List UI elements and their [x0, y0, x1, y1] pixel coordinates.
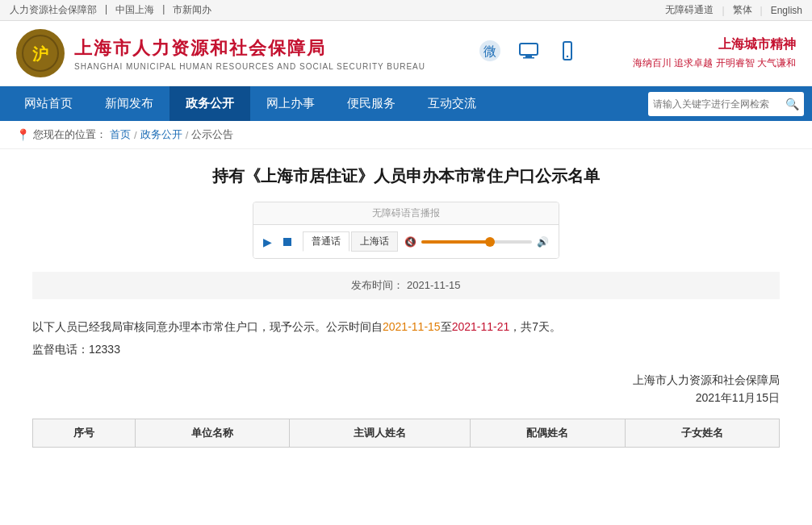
top-link-accessible[interactable]: 无障碍通道 — [665, 3, 714, 17]
location-icon: 📍 — [16, 128, 30, 141]
top-link-hrss[interactable]: 人力资源社会保障部 — [10, 3, 97, 17]
svg-text:微: 微 — [483, 44, 496, 58]
audio-tab-shanghainese[interactable]: 上海话 — [351, 231, 398, 252]
date-start: 2021-11-15 — [383, 320, 441, 333]
table-head: 序号 单位名称 主调人姓名 配偶姓名 子女姓名 — [33, 419, 780, 448]
slider-thumb[interactable] — [485, 237, 495, 247]
top-bar: 人力资源社会保障部 | 中国上海 | 市新闻办 无障碍通道 | 繁体 | Eng… — [0, 0, 812, 21]
logo-text: 上海市人力资源和社会保障局 SHANGHAI MUNICIPAL HUMAN R… — [74, 36, 425, 71]
signature: 上海市人力资源和社会保障局 — [32, 373, 780, 388]
audio-caption: 无障碍语言播报 — [253, 202, 559, 225]
page-title: 持有《上海市居住证》人员申办本市常住户口公示名单 — [32, 165, 780, 187]
site-header: 沪 上海市人力资源和社会保障局 SHANGHAI MUNICIPAL HUMAN… — [0, 21, 812, 86]
audio-tabs: 普通话 上海话 — [303, 231, 398, 252]
nav-search-box: 🔍 — [648, 92, 804, 116]
nav-home[interactable]: 网站首页 — [8, 86, 89, 121]
date-end: 2021-11-21 — [452, 320, 510, 333]
breadcrumb-label: 您现在的位置： — [33, 127, 107, 142]
volume-mute-icon: 🔇 — [404, 236, 416, 248]
top-link-traditional[interactable]: 繁体 — [733, 3, 752, 17]
top-link-news[interactable]: 市新闻办 — [173, 3, 211, 17]
main-nav: 网站首页 新闻发布 政务公开 网上办事 便民服务 互动交流 🔍 — [0, 86, 812, 121]
svg-rect-5 — [525, 55, 532, 57]
col-spouse: 配偶姓名 — [471, 419, 625, 448]
top-bar-right: 无障碍通道 | 繁体 | English — [665, 3, 802, 17]
breadcrumb-govinfo[interactable]: 政务公开 — [140, 127, 182, 142]
desktop-icon[interactable] — [517, 40, 540, 67]
logo-area: 沪 上海市人力资源和社会保障局 SHANGHAI MUNICIPAL HUMAN… — [16, 29, 425, 77]
svg-point-8 — [567, 56, 568, 57]
play-button[interactable]: ▶ — [263, 235, 272, 248]
publish-date: 2021-11-15 — [407, 279, 461, 291]
top-link-english[interactable]: English — [771, 5, 802, 16]
nav-service[interactable]: 便民服务 — [331, 86, 412, 121]
main-text-part2: 至 — [441, 320, 452, 333]
search-icon[interactable]: 🔍 — [785, 98, 799, 110]
slider-fill — [421, 240, 488, 244]
supervisor-label: 监督电话： — [32, 343, 89, 356]
top-bar-left: 人力资源社会保障部 | 中国上海 | 市新闻办 — [10, 3, 211, 17]
city-spirit-title: 上海城市精神 — [718, 36, 796, 53]
nav-govinfo[interactable]: 政务公开 — [170, 86, 250, 121]
org-name-cn: 上海市人力资源和社会保障局 — [74, 36, 425, 60]
svg-rect-4 — [520, 44, 538, 55]
publish-bar: 发布时间： 2021-11-15 — [32, 272, 780, 299]
data-table: 序号 单位名称 主调人姓名 配偶姓名 子女姓名 — [32, 419, 780, 448]
main-text: 以下人员已经我局审核同意办理本市常住户口，现予公示。公示时间自2021-11-1… — [32, 315, 780, 338]
breadcrumb: 📍 您现在的位置： 首页 / 政务公开 / 公示公告 — [0, 121, 812, 149]
svg-rect-6 — [523, 57, 534, 59]
city-spirit: 上海城市精神 海纳百川 追求卓越 开明睿智 大气谦和 — [633, 36, 796, 70]
col-unit: 单位名称 — [135, 419, 289, 448]
nav-exchange[interactable]: 互动交流 — [412, 86, 492, 121]
stop-button[interactable] — [278, 233, 296, 251]
weibo-icon[interactable]: 微 — [479, 40, 501, 67]
svg-text:沪: 沪 — [32, 44, 48, 63]
audio-tab-putonghua[interactable]: 普通话 — [303, 231, 349, 252]
sig-date: 2021年11月15日 — [32, 391, 780, 406]
logo-emblem: 沪 — [16, 29, 65, 77]
audio-widget: 无障碍语言播报 ▶ 普通话 上海话 🔇 🔊 — [253, 202, 559, 259]
nav-news[interactable]: 新闻发布 — [89, 86, 170, 121]
slider-track[interactable] — [421, 240, 532, 244]
supervisor-text: 监督电话：12333 — [32, 343, 780, 357]
table-header-row: 序号 单位名称 主调人姓名 配偶姓名 子女姓名 — [33, 419, 780, 448]
breadcrumb-current: 公示公告 — [191, 127, 233, 142]
main-text-part1: 以下人员已经我局审核同意办理本市常住户口，现予公示。公示时间自 — [32, 320, 383, 333]
col-number: 序号 — [33, 419, 136, 448]
col-applicant: 主调人姓名 — [290, 419, 471, 448]
main-content: 持有《上海市居住证》人员申办本市常住户口公示名单 无障碍语言播报 ▶ 普通话 上… — [0, 149, 812, 464]
org-name-en: SHANGHAI MUNICIPAL HUMAN RESOURCES AND S… — [74, 62, 425, 71]
search-input[interactable] — [653, 98, 782, 110]
city-spirit-desc: 海纳百川 追求卓越 开明睿智 大气谦和 — [633, 56, 796, 70]
volume-up-icon: 🔊 — [537, 236, 549, 248]
supervisor-phone: 12333 — [89, 343, 120, 356]
breadcrumb-home[interactable]: 首页 — [110, 127, 131, 142]
col-children: 子女姓名 — [625, 419, 780, 448]
publish-label: 发布时间： — [351, 279, 404, 291]
main-text-part3: ，共7天。 — [509, 320, 561, 333]
top-link-shanghai[interactable]: 中国上海 — [115, 3, 154, 17]
volume-slider[interactable]: 🔇 🔊 — [404, 236, 549, 248]
social-icons: 微 — [479, 40, 579, 67]
mobile-icon[interactable] — [556, 40, 579, 67]
audio-controls: ▶ 普通话 上海话 🔇 🔊 — [253, 225, 559, 258]
nav-online[interactable]: 网上办事 — [250, 86, 331, 121]
